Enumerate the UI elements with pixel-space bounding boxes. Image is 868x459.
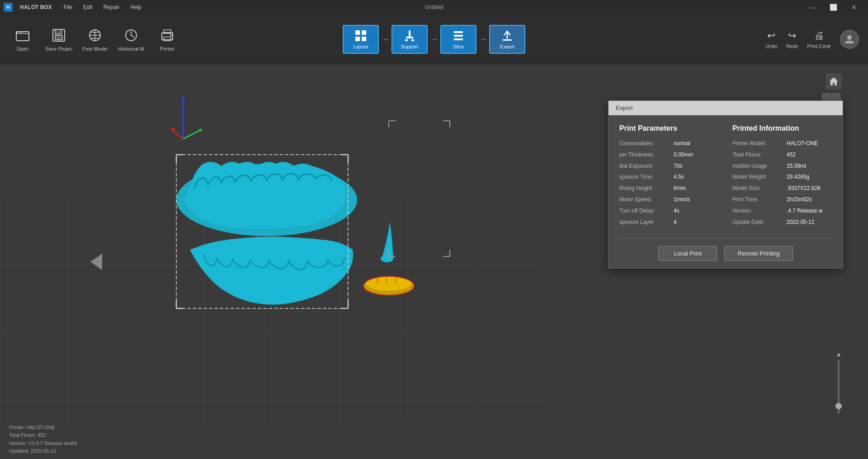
param-layer-value: 0.05mm — [674, 151, 693, 159]
open-button[interactable]: Open — [9, 27, 36, 52]
param-motor-value: 1mm/s — [674, 196, 690, 203]
svg-rect-11 — [355, 30, 360, 35]
window-controls: — ⬜ ✕ — [802, 0, 864, 14]
info-printer-label: Printer Model: — [732, 140, 787, 147]
param-exp-time-label: xposure Time: — [619, 173, 674, 181]
home-button[interactable] — [826, 73, 842, 90]
local-print-button[interactable]: Local Print — [658, 246, 717, 261]
free-model-label: Free Model — [82, 46, 108, 52]
info-model-size: Model Size: .9337X22.628 — [732, 185, 832, 192]
print-params-heading: Print Parameters — [619, 124, 719, 132]
free-model-button[interactable]: Free Model — [81, 27, 108, 52]
info-version-value: .4.7 Release w — [787, 207, 822, 215]
redo-button[interactable]: ↪ Redo — [786, 30, 798, 49]
svg-rect-22 — [503, 39, 512, 41]
titlebar-menu: File Edit Repair Help — [59, 3, 146, 11]
info-usage-label: mables Usage — [732, 162, 787, 170]
nav-arrow-left[interactable] — [90, 254, 102, 270]
printer-button[interactable]: Printer — [154, 27, 181, 52]
right-tools: ↩ Undo ↪ Redo 🖨 Print Contr — [765, 30, 859, 49]
info-floors-value: 452 — [787, 151, 796, 159]
param-turnoff-label: Turn off Delay: — [619, 207, 674, 215]
statusbar: Printer: HALOT-ONE Total Floors: 452 Ver… — [0, 420, 86, 459]
svg-rect-18 — [411, 39, 414, 41]
info-time-label: Print Time: — [732, 196, 787, 203]
svg-rect-19 — [454, 31, 463, 33]
info-size-label: Model Size: — [732, 185, 787, 192]
menu-edit[interactable]: Edit — [79, 3, 97, 11]
param-turnoff-value: 4s — [674, 207, 679, 215]
export-dialog-body: Print Parameters Consumables: normal yer… — [609, 115, 843, 238]
info-date-value: 2022-05-12 — [787, 218, 814, 226]
historical-icon — [123, 27, 139, 43]
param-layer-label: yer Thickness: — [619, 151, 674, 159]
svg-point-10 — [170, 34, 172, 36]
arrow-1: → — [381, 34, 390, 44]
step-export[interactable]: Export — [489, 25, 525, 54]
info-usage-value: 25.59ml — [787, 162, 806, 170]
undo-icon: ↩ — [767, 30, 775, 42]
printed-info-col: Printed Information Printer Model: HALOT… — [732, 124, 832, 229]
step-support[interactable]: Support — [392, 25, 428, 54]
zoom-slider[interactable]: ▲ — [835, 350, 842, 414]
svg-rect-14 — [362, 37, 366, 41]
export-dialog-header: Export — [609, 101, 843, 115]
menu-help[interactable]: Help — [126, 3, 146, 11]
svg-rect-0 — [16, 32, 29, 41]
print-ctrl-label: Print Contr — [807, 43, 831, 49]
status-updated: Updated: 2022-05-12 — [9, 447, 77, 455]
param-consumables: Consumables: normal — [619, 140, 719, 147]
svg-rect-13 — [355, 37, 360, 41]
undo-label: Undo — [765, 43, 777, 49]
main-viewport: ▲ Export Print Parameters Consumables: n… — [0, 64, 868, 459]
print-control-button[interactable]: 🖨 Print Contr — [807, 30, 831, 49]
save-icon — [51, 27, 67, 43]
param-consumables-label: Consumables: — [619, 140, 674, 147]
save-button[interactable]: Save Projec — [45, 27, 72, 52]
menu-repair[interactable]: Repair — [99, 3, 124, 11]
svg-rect-2 — [55, 29, 61, 34]
printer-label: Printer — [160, 46, 175, 52]
arrow-3: → — [478, 34, 487, 44]
svg-rect-21 — [454, 38, 463, 40]
arrow-2: → — [429, 34, 439, 44]
slider-track — [838, 360, 840, 414]
printer-icon — [159, 27, 175, 43]
print-params-col: Print Parameters Consumables: normal yer… — [619, 124, 719, 229]
remote-printing-button[interactable]: Remote Printing — [724, 246, 793, 261]
info-printer-model: Printer Model: HALOT-ONE — [732, 140, 832, 147]
undo-button[interactable]: ↩ Undo — [765, 30, 777, 49]
param-rising-label: Rising Height: — [619, 185, 674, 192]
open-label: Open — [17, 46, 29, 52]
step-slice[interactable]: Slice — [440, 25, 476, 54]
status-floors: Total Floors: 452 — [9, 431, 77, 440]
zoom-up-arrow[interactable]: ▲ — [835, 350, 842, 358]
layout-label: Layout — [353, 44, 368, 49]
print-ctrl-icon: 🖨 — [814, 30, 824, 42]
menu-file[interactable]: File — [59, 3, 77, 11]
slider-thumb[interactable] — [835, 403, 842, 409]
historical-button[interactable]: Historical M — [118, 27, 145, 52]
param-exposure-time: xposure Time: 4.5s — [619, 173, 719, 181]
info-total-floors: Total Floors: 452 — [732, 151, 832, 159]
user-avatar[interactable] — [840, 30, 859, 49]
step-layout[interactable]: Layout — [343, 25, 379, 54]
svg-point-23 — [847, 35, 852, 40]
printed-info-heading: Printed Information — [732, 124, 832, 132]
info-printer-value: HALOT-ONE — [787, 140, 818, 147]
minimize-button[interactable]: — — [802, 0, 823, 14]
param-exposure-layer: xposure Layer 4 — [619, 218, 719, 226]
svg-rect-12 — [362, 30, 366, 35]
left-tools: Open Save Projec Free Model — [9, 27, 181, 52]
svg-rect-4 — [57, 37, 60, 39]
close-button[interactable]: ✕ — [844, 0, 864, 14]
save-label: Save Projec — [45, 46, 72, 52]
maximize-button[interactable]: ⬜ — [823, 0, 844, 14]
svg-rect-17 — [405, 39, 408, 41]
redo-icon: ↪ — [788, 30, 796, 42]
param-exp-time-value: 4.5s — [674, 173, 684, 181]
info-time-value: 2h15m52s — [787, 196, 812, 203]
param-init-exp-value: 70s — [674, 162, 682, 170]
historical-label: Historical M — [118, 46, 144, 52]
app-logo: H — [4, 3, 13, 12]
